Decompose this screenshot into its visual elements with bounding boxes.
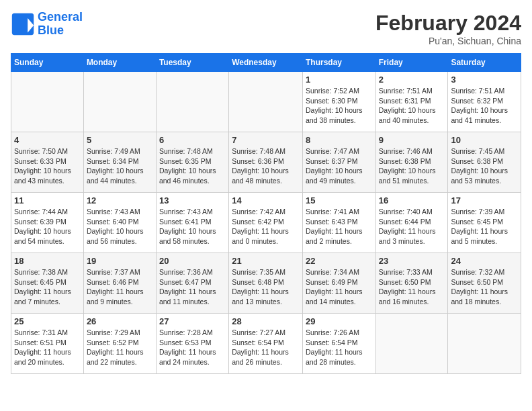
calendar-cell: 10Sunrise: 7:45 AMSunset: 6:38 PMDayligh… <box>448 132 521 193</box>
day-info: Sunrise: 7:51 AMSunset: 6:32 PMDaylight:… <box>451 86 518 126</box>
day-info: Sunrise: 7:33 AMSunset: 6:50 PMDaylight:… <box>379 267 445 307</box>
day-info: Sunrise: 7:32 AMSunset: 6:50 PMDaylight:… <box>451 267 518 307</box>
day-info: Sunrise: 7:48 AMSunset: 6:35 PMDaylight:… <box>159 146 226 186</box>
weekday-header-thursday: Thursday <box>302 54 375 72</box>
day-number: 20 <box>159 256 226 266</box>
calendar-cell: 15Sunrise: 7:41 AMSunset: 6:43 PMDayligh… <box>302 193 375 253</box>
day-number: 13 <box>159 195 226 205</box>
day-number: 15 <box>306 195 373 205</box>
day-number: 18 <box>14 256 81 266</box>
calendar-cell <box>83 72 156 132</box>
weekday-header-sunday: Sunday <box>11 54 84 72</box>
calendar-cell: 19Sunrise: 7:37 AMSunset: 6:46 PMDayligh… <box>83 253 156 314</box>
day-number: 16 <box>379 195 445 205</box>
day-info: Sunrise: 7:31 AMSunset: 6:51 PMDaylight:… <box>14 328 81 367</box>
calendar-cell: 1Sunrise: 7:52 AMSunset: 6:30 PMDaylight… <box>302 72 375 132</box>
calendar-cell: 5Sunrise: 7:49 AMSunset: 6:34 PMDaylight… <box>83 132 156 193</box>
day-number: 12 <box>87 195 153 205</box>
calendar-cell <box>11 72 84 132</box>
day-info: Sunrise: 7:46 AMSunset: 6:38 PMDaylight:… <box>379 146 445 186</box>
day-number: 29 <box>306 316 373 326</box>
calendar-cell: 28Sunrise: 7:27 AMSunset: 6:54 PMDayligh… <box>229 314 303 374</box>
logo-icon <box>11 12 35 36</box>
day-info: Sunrise: 7:26 AMSunset: 6:54 PMDaylight:… <box>306 328 373 367</box>
day-info: Sunrise: 7:52 AMSunset: 6:30 PMDaylight:… <box>306 86 373 126</box>
day-number: 6 <box>159 135 226 145</box>
calendar-week-row: 11Sunrise: 7:44 AMSunset: 6:39 PMDayligh… <box>11 193 521 253</box>
calendar-cell: 6Sunrise: 7:48 AMSunset: 6:35 PMDaylight… <box>156 132 228 193</box>
calendar-cell <box>229 72 303 132</box>
calendar-cell: 22Sunrise: 7:34 AMSunset: 6:49 PMDayligh… <box>302 253 375 314</box>
calendar-cell: 8Sunrise: 7:47 AMSunset: 6:37 PMDaylight… <box>302 132 375 193</box>
day-info: Sunrise: 7:50 AMSunset: 6:33 PMDaylight:… <box>14 146 81 186</box>
day-number: 26 <box>87 316 153 326</box>
logo: General Blue <box>11 11 83 38</box>
calendar-cell: 4Sunrise: 7:50 AMSunset: 6:33 PMDaylight… <box>11 132 84 193</box>
day-info: Sunrise: 7:28 AMSunset: 6:53 PMDaylight:… <box>159 328 226 367</box>
day-info: Sunrise: 7:27 AMSunset: 6:54 PMDaylight:… <box>232 328 300 367</box>
weekday-header-tuesday: Tuesday <box>156 54 228 72</box>
day-number: 9 <box>379 135 445 145</box>
calendar-cell: 25Sunrise: 7:31 AMSunset: 6:51 PMDayligh… <box>11 314 84 374</box>
day-number: 5 <box>87 135 153 145</box>
calendar-cell: 26Sunrise: 7:29 AMSunset: 6:52 PMDayligh… <box>83 314 156 374</box>
location: Pu'an, Sichuan, China <box>375 36 521 46</box>
title-block: February 2024 Pu'an, Sichuan, China <box>375 11 521 46</box>
calendar-cell: 11Sunrise: 7:44 AMSunset: 6:39 PMDayligh… <box>11 193 84 253</box>
calendar-cell: 16Sunrise: 7:40 AMSunset: 6:44 PMDayligh… <box>375 193 448 253</box>
day-info: Sunrise: 7:29 AMSunset: 6:52 PMDaylight:… <box>87 328 153 367</box>
day-number: 14 <box>232 195 300 205</box>
day-number: 11 <box>14 195 81 205</box>
day-number: 24 <box>451 256 518 266</box>
day-number: 22 <box>306 256 373 266</box>
day-number: 10 <box>451 135 518 145</box>
day-info: Sunrise: 7:48 AMSunset: 6:36 PMDaylight:… <box>232 146 300 186</box>
calendar-cell: 23Sunrise: 7:33 AMSunset: 6:50 PMDayligh… <box>375 253 448 314</box>
weekday-header-row: SundayMondayTuesdayWednesdayThursdayFrid… <box>11 54 521 72</box>
calendar-cell: 9Sunrise: 7:46 AMSunset: 6:38 PMDaylight… <box>375 132 448 193</box>
month-year: February 2024 <box>375 11 521 36</box>
day-info: Sunrise: 7:45 AMSunset: 6:38 PMDaylight:… <box>451 146 518 186</box>
calendar-cell: 21Sunrise: 7:35 AMSunset: 6:48 PMDayligh… <box>229 253 303 314</box>
day-info: Sunrise: 7:49 AMSunset: 6:34 PMDaylight:… <box>87 146 153 186</box>
calendar-week-row: 25Sunrise: 7:31 AMSunset: 6:51 PMDayligh… <box>11 314 521 374</box>
day-info: Sunrise: 7:36 AMSunset: 6:47 PMDaylight:… <box>159 267 226 307</box>
day-info: Sunrise: 7:44 AMSunset: 6:39 PMDaylight:… <box>14 207 81 246</box>
day-number: 27 <box>159 316 226 326</box>
day-info: Sunrise: 7:37 AMSunset: 6:46 PMDaylight:… <box>87 267 153 307</box>
day-info: Sunrise: 7:43 AMSunset: 6:40 PMDaylight:… <box>87 207 153 246</box>
day-number: 7 <box>232 135 300 145</box>
weekday-header-saturday: Saturday <box>448 54 521 72</box>
day-info: Sunrise: 7:34 AMSunset: 6:49 PMDaylight:… <box>306 267 373 307</box>
calendar-cell: 24Sunrise: 7:32 AMSunset: 6:50 PMDayligh… <box>448 253 521 314</box>
logo-text: General Blue <box>38 11 83 38</box>
day-number: 21 <box>232 256 300 266</box>
calendar-cell: 18Sunrise: 7:38 AMSunset: 6:45 PMDayligh… <box>11 253 84 314</box>
weekday-header-monday: Monday <box>83 54 156 72</box>
calendar-cell: 17Sunrise: 7:39 AMSunset: 6:45 PMDayligh… <box>448 193 521 253</box>
calendar-cell: 3Sunrise: 7:51 AMSunset: 6:32 PMDaylight… <box>448 72 521 132</box>
calendar-cell: 13Sunrise: 7:43 AMSunset: 6:41 PMDayligh… <box>156 193 228 253</box>
day-info: Sunrise: 7:38 AMSunset: 6:45 PMDaylight:… <box>14 267 81 307</box>
calendar-week-row: 1Sunrise: 7:52 AMSunset: 6:30 PMDaylight… <box>11 72 521 132</box>
day-number: 17 <box>451 195 518 205</box>
logo-line1: General <box>38 10 83 24</box>
day-info: Sunrise: 7:43 AMSunset: 6:41 PMDaylight:… <box>159 207 226 246</box>
day-number: 4 <box>14 135 81 145</box>
day-number: 23 <box>379 256 445 266</box>
day-info: Sunrise: 7:51 AMSunset: 6:31 PMDaylight:… <box>379 86 445 126</box>
calendar-cell: 29Sunrise: 7:26 AMSunset: 6:54 PMDayligh… <box>302 314 375 374</box>
weekday-header-friday: Friday <box>375 54 448 72</box>
calendar-cell: 7Sunrise: 7:48 AMSunset: 6:36 PMDaylight… <box>229 132 303 193</box>
weekday-header-wednesday: Wednesday <box>229 54 303 72</box>
day-number: 3 <box>451 75 518 85</box>
day-info: Sunrise: 7:47 AMSunset: 6:37 PMDaylight:… <box>306 146 373 186</box>
day-info: Sunrise: 7:39 AMSunset: 6:45 PMDaylight:… <box>451 207 518 246</box>
day-number: 25 <box>14 316 81 326</box>
page-header: General Blue February 2024 Pu'an, Sichua… <box>11 11 521 46</box>
day-info: Sunrise: 7:35 AMSunset: 6:48 PMDaylight:… <box>232 267 300 307</box>
day-info: Sunrise: 7:40 AMSunset: 6:44 PMDaylight:… <box>379 207 445 246</box>
logo-line2: Blue <box>38 24 64 37</box>
day-number: 2 <box>379 75 445 85</box>
calendar-cell <box>156 72 228 132</box>
